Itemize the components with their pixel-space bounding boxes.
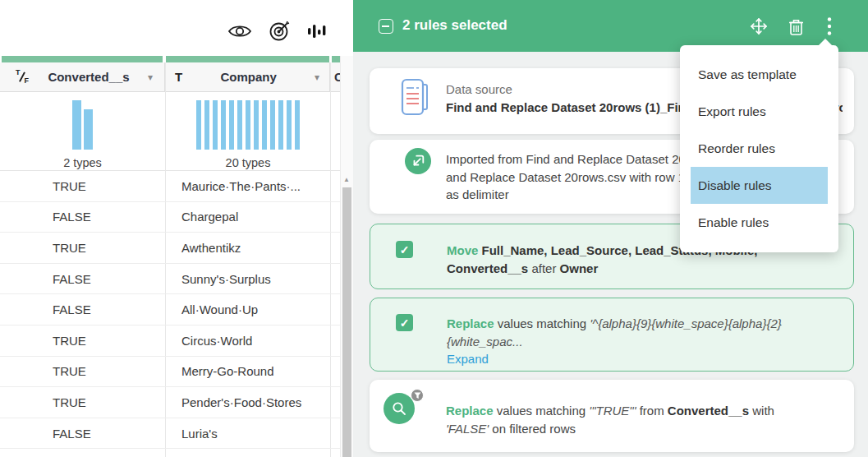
histogram-cell-converted[interactable]: 2 types xyxy=(0,92,165,171)
type-count-label: 20 types xyxy=(166,156,330,169)
rule-action: Replace xyxy=(446,404,494,418)
column-menu-caret-icon[interactable]: ▾ xyxy=(148,72,153,83)
cell-company[interactable]: All·Wound·Up xyxy=(165,302,330,316)
histogram-icon[interactable] xyxy=(307,22,327,40)
move-icon[interactable] xyxy=(749,16,769,39)
cell-company[interactable]: Sunny's·Surplus xyxy=(165,272,330,286)
expand-link[interactable]: Expand xyxy=(447,352,489,366)
cell-company[interactable]: Luria's xyxy=(165,427,330,441)
rule-with-word: with xyxy=(749,404,774,418)
cell-converted[interactable]: TRUE xyxy=(0,179,165,193)
column-strip-company xyxy=(166,56,329,62)
table-row[interactable]: FALSELuria's xyxy=(0,418,340,450)
rule-action: Move xyxy=(447,243,478,257)
target-icon[interactable] xyxy=(269,20,291,42)
menu-item-enable-rules[interactable]: Enable rules xyxy=(680,204,838,241)
column-strip-next xyxy=(332,56,340,62)
rules-panel: 2 rules selected xyxy=(353,0,868,457)
rule-pattern: '^{alpha}{9}{white_space}{alpha}{2} xyxy=(590,316,781,330)
rule-column: Converted__s xyxy=(668,404,749,418)
rule-anchor-column: Owner xyxy=(560,261,599,275)
cell-converted[interactable]: TRUE xyxy=(0,241,165,255)
cell-company[interactable]: Chargepal xyxy=(165,210,330,224)
rule-middle-text: values matching xyxy=(494,404,590,418)
column-name: Converted__s xyxy=(30,70,148,84)
indeterminate-checkbox[interactable] xyxy=(379,19,393,34)
import-icon xyxy=(405,148,431,174)
text-type-icon: T xyxy=(175,70,182,84)
cell-company[interactable]: Maurice·The·Pants·... xyxy=(165,179,330,193)
more-options-icon[interactable] xyxy=(824,16,835,39)
table-row[interactable]: TRUEPender's·Food·Stores xyxy=(0,387,340,418)
scroll-up-icon[interactable]: ▲ xyxy=(343,176,350,183)
table-row[interactable]: TRUEMaurice·The·Pants·... xyxy=(0,171,340,202)
cell-converted[interactable]: FALSE xyxy=(0,272,165,286)
cell-converted[interactable]: TRUE xyxy=(0,364,165,378)
replace-filtered-rule-card[interactable]: Replace values matching '"TRUE"' from Co… xyxy=(370,380,854,452)
filter-badge-icon xyxy=(411,389,424,402)
rule-checkbox-checked[interactable]: ✓ xyxy=(396,241,413,258)
rule-from-word: from xyxy=(636,404,668,418)
cell-converted[interactable]: FALSE xyxy=(0,427,165,441)
rule-middle-text: values matching xyxy=(494,316,590,330)
cell-company[interactable]: Merry-Go-Round xyxy=(165,364,330,378)
table-row[interactable]: TRUEMerry-Go-Round xyxy=(0,357,340,388)
menu-item-disable-rules[interactable]: Disable rules xyxy=(680,167,838,204)
menu-item-save-as-template[interactable]: Save as template xyxy=(680,57,838,94)
table-row[interactable]: TRUECircus·World xyxy=(0,325,340,357)
table-row[interactable]: FALSEChargepal xyxy=(0,202,340,233)
cell-converted[interactable]: FALSE xyxy=(0,302,165,316)
rule-checkbox-checked[interactable]: ✓ xyxy=(396,314,413,331)
table-row[interactable]: FALSEAll·Wound·Up xyxy=(0,294,340,325)
menu-item-export-rules[interactable]: Export rules xyxy=(680,94,838,131)
menu-item-reorder-rules[interactable]: Reorder rules xyxy=(680,131,838,168)
column-header-converted[interactable]: TF Converted__s ▾ xyxy=(0,62,165,92)
boolean-type-icon: TF xyxy=(16,70,30,84)
scrollbar-thumb[interactable] xyxy=(342,187,351,457)
table-body: TRUEMaurice·The·Pants·... FALSEChargepal… xyxy=(0,171,340,449)
find-replace-icon xyxy=(383,393,415,424)
delete-icon[interactable] xyxy=(788,17,805,39)
histogram-bars xyxy=(166,100,330,150)
column-name: Company xyxy=(182,70,315,84)
cell-converted[interactable]: TRUE xyxy=(0,395,165,409)
histogram-bars xyxy=(0,100,165,150)
rule-action: Replace xyxy=(447,316,494,330)
table-row[interactable]: TRUEAwthentikz xyxy=(0,233,340,264)
vertical-scrollbar[interactable]: ▲ xyxy=(340,56,353,457)
type-count-label: 2 types xyxy=(0,156,165,169)
cell-converted[interactable]: TRUE xyxy=(0,334,165,348)
cell-company[interactable]: Pender's·Food·Stores xyxy=(165,395,330,409)
more-options-menu: Save as template Export rules Reorder ru… xyxy=(680,45,838,252)
rule-suffix-text: on filtered rows xyxy=(489,422,576,436)
histogram-cell-company[interactable]: 20 types xyxy=(166,92,330,171)
cell-company[interactable]: Awthentikz xyxy=(165,241,330,255)
rule-connector-word: after xyxy=(528,261,559,275)
rule-column: Converted__s xyxy=(447,261,528,275)
column-menu-caret-icon[interactable]: ▾ xyxy=(315,72,319,83)
data-grid-panel: TF Converted__s ▾ T Company ▾ C 2 types … xyxy=(0,0,353,457)
replace-pattern-rule-card[interactable]: ✓ Replace values matching '^{alpha}{9}{w… xyxy=(370,298,854,372)
table-row[interactable]: FALSESunny's·Surplus xyxy=(0,264,340,295)
grid-toolbar xyxy=(227,20,327,42)
cell-company[interactable]: Circus·World xyxy=(165,334,330,348)
column-strip-converted xyxy=(2,56,163,62)
selection-count-label: 2 rules selected xyxy=(402,17,507,34)
column-header-company[interactable]: T Company ▾ xyxy=(166,62,330,92)
rule-pattern-continued: {white_spac... xyxy=(447,335,523,349)
rules-selection-header: 2 rules selected xyxy=(353,0,868,52)
eye-icon[interactable] xyxy=(227,22,252,40)
dataset-document-icon xyxy=(401,78,429,116)
cell-converted[interactable]: FALSE xyxy=(0,210,165,224)
rule-replacement-value: 'FALSE' xyxy=(446,422,489,436)
rule-match-value: '"TRUE"' xyxy=(589,404,636,418)
